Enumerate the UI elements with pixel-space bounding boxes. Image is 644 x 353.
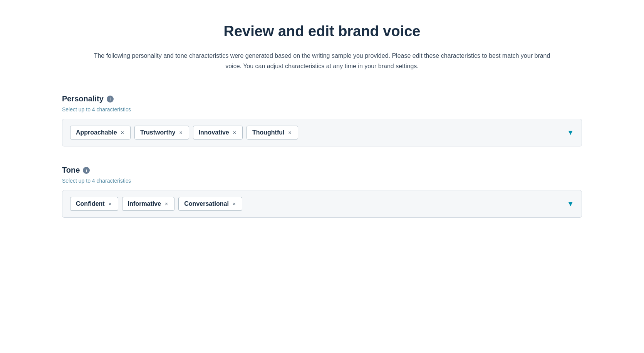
page-title: Review and edit brand voice — [223, 23, 420, 40]
tag-approachable-remove[interactable]: × — [120, 130, 125, 135]
tag-thoughtful: Thoughtful × — [247, 126, 298, 140]
tag-confident-remove[interactable]: × — [108, 201, 112, 207]
tag-conversational: Conversational × — [178, 197, 242, 211]
tag-confident: Confident × — [70, 197, 118, 211]
tone-header: Tone i — [62, 166, 582, 175]
personality-dropdown-arrow[interactable]: ▼ — [567, 129, 574, 137]
tone-title: Tone — [62, 166, 80, 175]
tag-trustworthy-remove[interactable]: × — [178, 130, 183, 135]
personality-subtitle: Select up to 4 characteristics — [62, 106, 582, 113]
personality-section: Personality i Select up to 4 characteris… — [62, 94, 582, 146]
personality-header: Personality i — [62, 94, 582, 103]
page-description: The following personality and tone chara… — [91, 50, 553, 71]
tag-approachable: Approachable × — [70, 126, 131, 140]
tag-thoughtful-label: Thoughtful — [252, 129, 285, 136]
tag-informative-label: Informative — [128, 200, 161, 207]
tag-conversational-label: Conversational — [184, 200, 229, 207]
personality-title: Personality — [62, 94, 104, 103]
personality-tag-container: Approachable × Trustworthy × Innovative … — [62, 119, 582, 146]
personality-info-icon[interactable]: i — [107, 96, 114, 103]
tag-innovative: Innovative × — [193, 126, 243, 140]
tone-info-icon[interactable]: i — [83, 167, 90, 174]
tag-conversational-remove[interactable]: × — [232, 201, 236, 207]
tone-section: Tone i Select up to 4 characteristics Co… — [62, 166, 582, 218]
tag-confident-label: Confident — [76, 200, 105, 207]
tag-informative: Informative × — [122, 197, 174, 211]
tag-innovative-remove[interactable]: × — [232, 130, 237, 135]
tag-innovative-label: Innovative — [199, 129, 229, 136]
tone-dropdown-arrow[interactable]: ▼ — [567, 200, 574, 208]
tone-subtitle: Select up to 4 characteristics — [62, 178, 582, 184]
tag-trustworthy: Trustworthy × — [134, 126, 189, 140]
tag-approachable-label: Approachable — [76, 129, 117, 136]
personality-tags-list: Approachable × Trustworthy × Innovative … — [70, 126, 562, 140]
tag-informative-remove[interactable]: × — [164, 201, 169, 207]
tone-tags-list: Confident × Informative × Conversational… — [70, 197, 562, 211]
tag-trustworthy-label: Trustworthy — [140, 129, 176, 136]
tone-tag-container: Confident × Informative × Conversational… — [62, 190, 582, 218]
tag-thoughtful-remove[interactable]: × — [287, 130, 292, 135]
